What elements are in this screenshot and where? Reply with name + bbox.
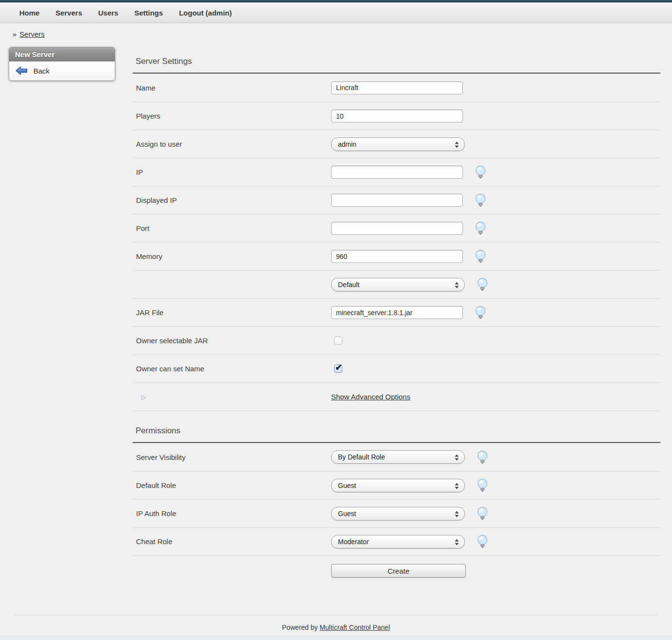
section-server-settings: Server Settings NamePlayersAssign to use… [133,57,660,411]
hint-lightbulb-icon[interactable] [475,194,486,207]
field-label-owner-can-set-name: Owner can set Name [133,365,331,373]
field-label-port: Port [133,224,331,232]
displayed-ip-input[interactable] [331,194,463,207]
form-row-server-visibility: Server VisibilityBy Default Role [133,443,660,471]
jar-file-input[interactable] [331,306,463,319]
nav-item-servers[interactable]: Servers [56,9,82,17]
form-row-name: Name [133,74,660,102]
nav-item-logout[interactable]: Logout (admin) [179,9,232,17]
ip-auth-role-selected-value: Guest [332,510,356,518]
form-row-default-option: Default [133,270,660,298]
footer-divider [15,615,657,615]
field-label-default-role: Default Role [133,481,331,489]
default-option-select[interactable]: Default [331,278,465,291]
owner-can-set-name-checkbox[interactable] [334,365,342,373]
back-button[interactable]: Back [15,66,110,76]
field-label-name: Name [133,84,331,92]
assign-to-user-selected-value: admin [332,140,356,148]
form-row-jar-file: JAR File [133,298,660,326]
create-button[interactable]: Create [331,564,466,578]
form-row-ip: IP [133,158,660,186]
breadcrumb-symbol: » [13,30,16,38]
hint-lightbulb-icon[interactable] [477,507,488,520]
footer: Powered by Multicraft Control Panel [0,624,672,631]
form-row-port: Port [133,214,660,242]
back-arrow-icon [15,66,28,76]
sidebar-title: New Server [9,47,115,61]
hint-lightbulb-icon[interactable] [475,222,486,235]
port-input[interactable] [331,222,463,235]
form-row-cheat-role: Cheat RoleModerator [133,527,660,555]
main-content: Server Settings NamePlayersAssign to use… [133,57,660,592]
select-stepper-icon [455,483,459,491]
default-role-selected-value: Guest [332,482,356,489]
server-visibility-selected-value: By Default Role [332,453,385,461]
field-label-displayed-ip: Displayed IP [133,196,331,204]
section-title-server-settings: Server Settings [136,57,660,66]
ip-input[interactable] [331,166,463,179]
owner-selectable-jar-checkbox[interactable] [334,336,342,345]
select-stepper-icon [455,282,459,290]
footer-link-multicraft[interactable]: Multicraft Control Panel [320,624,390,631]
form-row-ip-auth-role: IP Auth RoleGuest [133,499,660,527]
field-label-owner-selectable-jar: Owner selectable JAR [133,336,331,345]
field-label-cheat-role: Cheat Role [133,537,331,546]
hint-lightbulb-icon[interactable] [477,278,488,291]
field-label-server-visibility: Server Visibility [133,453,331,461]
default-role-select[interactable]: Guest [331,479,465,492]
form-row-owner-selectable-jar: Owner selectable JAR [133,326,660,354]
form-row-players: Players [133,102,660,130]
hint-lightbulb-icon[interactable] [477,451,488,464]
field-label-assign-to-user: Assign to user [133,140,331,148]
ip-auth-role-select[interactable]: Guest [331,507,465,520]
hint-lightbulb-icon[interactable] [477,479,488,492]
field-label-memory: Memory [133,252,331,260]
field-label-advanced-options: ▷ [133,393,331,401]
select-stepper-icon [455,454,459,463]
form-row-memory: Memory [133,242,660,270]
select-stepper-icon [455,141,459,150]
name-input[interactable] [331,81,463,94]
memory-input[interactable] [331,250,463,263]
players-input[interactable] [331,109,463,122]
field-label-players: Players [133,112,331,120]
hint-lightbulb-icon[interactable] [477,535,488,548]
field-label-ip-auth-role: IP Auth Role [133,509,331,518]
hint-lightbulb-icon[interactable] [475,306,486,319]
sidebar-panel: New Server Back [9,47,115,81]
breadcrumb: »Servers [13,30,672,42]
nav-item-home[interactable]: Home [19,9,40,17]
section-title-permissions: Permissions [136,426,660,436]
main-navigation: HomeServersUsersSettingsLogout (admin) [0,2,672,23]
hint-lightbulb-icon[interactable] [475,166,486,179]
expand-triangle-icon[interactable]: ▷ [141,394,146,401]
footer-text: Powered by [282,624,318,631]
form-row-advanced-options: ▷Show Advanced Options [133,382,660,411]
nav-item-users[interactable]: Users [98,9,119,17]
select-stepper-icon [455,539,459,548]
create-button-row: Create [133,555,660,592]
bottom-accent-strip [0,636,672,640]
assign-to-user-select[interactable]: admin [331,137,465,151]
breadcrumb-link-servers[interactable]: Servers [19,30,45,38]
nav-item-settings[interactable]: Settings [134,9,163,17]
hint-lightbulb-icon[interactable] [475,250,486,263]
form-row-default-role: Default RoleGuest [133,471,660,499]
field-label-ip: IP [133,168,331,176]
back-label: Back [33,67,49,75]
form-row-displayed-ip: Displayed IP [133,186,660,214]
form-row-owner-can-set-name: Owner can set Name [133,354,660,382]
cheat-role-selected-value: Moderator [332,538,369,546]
server-visibility-select[interactable]: By Default Role [331,450,465,464]
form-row-assign-to-user: Assign to useradmin [133,130,660,158]
field-label-jar-file: JAR File [133,308,331,317]
advanced-options-link[interactable]: Show Advanced Options [331,393,410,401]
cheat-role-select[interactable]: Moderator [331,535,465,549]
select-stepper-icon [455,511,459,519]
section-permissions: Permissions Server VisibilityBy Default … [133,426,660,555]
default-option-selected-value: Default [332,281,359,289]
